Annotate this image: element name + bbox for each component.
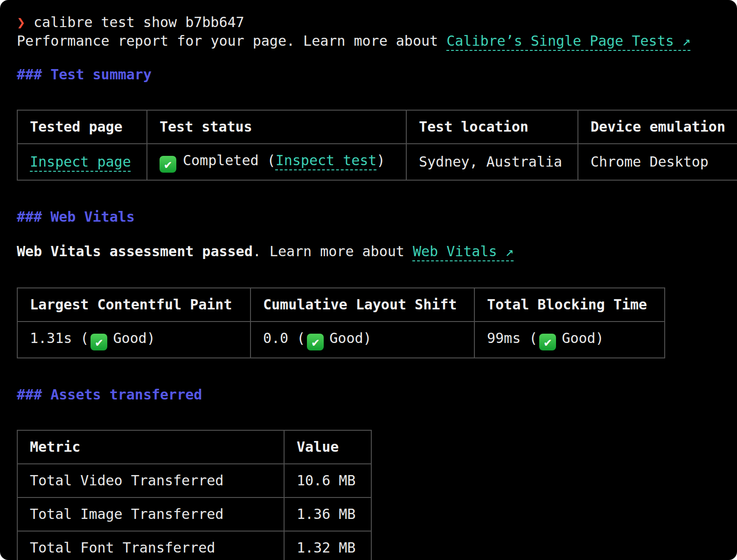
status-close-paren: ) (376, 152, 385, 168)
check-icon: ✔ (539, 334, 556, 350)
test-summary-table: Tested page Test status Test location De… (17, 110, 737, 181)
lcp-rating: Good) (113, 330, 155, 346)
cls-rating: Good) (329, 330, 371, 346)
command-text: calibre test show b7bb647 (34, 14, 244, 30)
col-cls: Cumulative Layout Shift (250, 288, 474, 322)
intro-text: Performance report for your page. Learn … (17, 33, 446, 49)
assets-table: Metric Value Total Video Transferred 10.… (17, 430, 372, 560)
lcp-value-cell: 1.31s (✔Good) (17, 322, 250, 358)
status-text: Completed ( (183, 152, 276, 168)
terminal-window: ❯calibre test show b7bb647 Performance r… (0, 0, 737, 560)
web-vitals-header-row: Largest Contentful Paint Cumulative Layo… (17, 288, 665, 322)
tbt-value-cell: 99ms (✔Good) (474, 322, 665, 358)
check-icon: ✔ (90, 334, 107, 350)
web-vitals-assessment-line: Web Vitals assessment passed. Learn more… (17, 242, 737, 261)
test-summary-header-row: Tested page Test status Test location De… (17, 110, 737, 144)
heading-assets-transferred: ### Assets transferred (17, 385, 737, 404)
inspect-page-link[interactable]: Inspect page (30, 154, 131, 170)
col-device-emulation: Device emulation (578, 110, 737, 144)
intro-line: Performance report for your page. Learn … (17, 32, 737, 50)
col-lcp: Largest Contentful Paint (17, 288, 250, 322)
check-icon: ✔ (160, 156, 176, 173)
device-emulation-cell: Chrome Desktop (578, 144, 737, 180)
test-location-cell: Sydney, Australia (406, 144, 578, 180)
table-row: Total Font Transferred 1.32 MB (17, 531, 371, 560)
col-tested-page: Tested page (17, 110, 147, 144)
inspect-test-link[interactable]: Inspect test (276, 152, 377, 168)
tbt-rating: Good) (562, 330, 604, 346)
assessment-rest-text: . Learn more about (253, 243, 413, 259)
assessment-passed-text: Web Vitals assessment passed (17, 243, 253, 259)
lcp-value: 1.31s ( (30, 330, 89, 346)
command-line: ❯calibre test show b7bb647 (17, 13, 737, 32)
table-row: Total Image Transferred 1.36 MB (17, 497, 371, 531)
table-row: Total Video Transferred 10.6 MB (17, 464, 371, 497)
value-cell: 1.32 MB (284, 531, 371, 560)
single-page-tests-link[interactable]: Calibre’s Single Page Tests ↗ (446, 33, 691, 49)
col-metric: Metric (17, 430, 284, 464)
tbt-value: 99ms ( (487, 330, 537, 346)
value-cell: 1.36 MB (284, 497, 371, 531)
heading-test-summary: ### Test summary (17, 65, 737, 84)
heading-web-vitals: ### Web Vitals (17, 208, 737, 226)
web-vitals-table: Largest Contentful Paint Cumulative Layo… (17, 287, 665, 358)
col-test-status: Test status (147, 110, 406, 144)
cls-value: 0.0 ( (263, 330, 305, 346)
test-status-cell: ✔Completed (Inspect test) (147, 144, 406, 180)
metric-cell: Total Video Transferred (17, 464, 284, 497)
value-cell: 10.6 MB (284, 464, 371, 497)
col-tbt: Total Blocking Time (474, 288, 665, 322)
web-vitals-values-row: 1.31s (✔Good) 0.0 (✔Good) 99ms (✔Good) (17, 322, 665, 358)
metric-cell: Total Image Transferred (17, 497, 284, 531)
col-test-location: Test location (406, 110, 578, 144)
tested-page-cell: Inspect page (17, 144, 147, 180)
metric-cell: Total Font Transferred (17, 531, 284, 560)
assets-header-row: Metric Value (17, 430, 371, 464)
prompt-chevron-icon: ❯ (17, 14, 25, 30)
cls-value-cell: 0.0 (✔Good) (250, 322, 474, 358)
col-value: Value (284, 430, 371, 464)
check-icon: ✔ (307, 334, 324, 350)
test-summary-row: Inspect page ✔Completed (Inspect test) S… (17, 144, 737, 180)
web-vitals-link[interactable]: Web Vitals ↗ (413, 243, 514, 259)
